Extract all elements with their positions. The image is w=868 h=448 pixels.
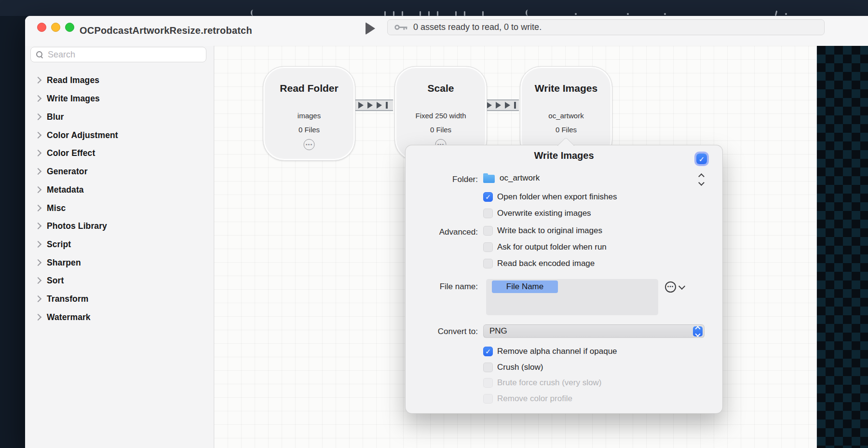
clipped-glyph-fragment	[393, 11, 394, 16]
checkbox-icon: ✓	[483, 347, 493, 356]
chevron-right-icon	[35, 95, 41, 102]
clipped-glyph-fragment	[482, 11, 484, 16]
chevron-right-icon	[35, 314, 41, 321]
background-top-strip	[0, 0, 868, 16]
chevron-right-icon	[35, 77, 41, 84]
clipped-glyph-fragment	[402, 11, 403, 16]
file-name-token-menu-button[interactable]: •••	[665, 281, 684, 293]
checkbox-ask-output-folder[interactable]: ✓ Ask for output folder when run	[483, 242, 607, 252]
chevron-right-icon	[35, 223, 41, 229]
window-content: Search Read Images Write Images Blur Col…	[25, 46, 868, 448]
node-read-folder[interactable]: Read Folder images 0 Files •••	[263, 66, 355, 161]
chevron-down-icon	[678, 283, 685, 290]
node-library-sidebar: Search Read Images Write Images Blur Col…	[25, 46, 214, 448]
convert-format-popup[interactable]: PNG	[483, 324, 705, 338]
checkbox-write-back-original[interactable]: ✓ Write back to original images	[483, 226, 602, 236]
checkbox-icon: ✓	[483, 242, 493, 252]
check-icon: ✓	[699, 155, 705, 163]
chevron-up-icon	[698, 173, 705, 180]
sidebar-item-misc[interactable]: Misc	[25, 199, 214, 217]
chevron-right-icon	[35, 277, 41, 284]
clipped-glyph-fragment	[455, 11, 457, 16]
sidebar-item-script[interactable]: Script	[25, 235, 214, 253]
sidebar-item-color-adjustment[interactable]: Color Adjustment	[25, 126, 214, 144]
sidebar-item-read-images[interactable]: Read Images	[25, 71, 214, 89]
sidebar-item-transform[interactable]: Transform	[25, 290, 214, 308]
sidebar-item-write-images[interactable]: Write Images	[25, 89, 214, 108]
checkerboard-background	[816, 46, 868, 448]
folder-value-row[interactable]: oc_artwork	[483, 173, 540, 183]
node-file-count: 0 Files	[520, 126, 612, 134]
sidebar-item-watermark[interactable]: Watermark	[25, 308, 214, 326]
node-subtitle: images	[263, 112, 355, 120]
sidebar-item-sort[interactable]: Sort	[25, 271, 214, 290]
checkbox-icon: ✓	[483, 259, 493, 268]
chevron-right-icon	[35, 295, 41, 302]
checkbox-icon: ✓	[483, 192, 493, 202]
sidebar-item-metadata[interactable]: Metadata	[25, 181, 214, 199]
node-options-button[interactable]: •••	[304, 139, 315, 150]
flow-end-bar	[514, 102, 516, 109]
checkbox-open-folder[interactable]: ✓ Open folder when export finishes	[483, 192, 617, 202]
node-file-count: 0 Files	[395, 126, 487, 134]
sidebar-item-generator[interactable]: Generator	[25, 162, 214, 181]
clipped-glyph-fragment	[428, 11, 430, 16]
checkbox-icon: ✓	[483, 394, 493, 404]
write-images-popover: Write Images ✓ Folder: oc_artwork ✓ Open…	[405, 145, 723, 414]
assets-key-icon	[394, 24, 407, 30]
search-input[interactable]: Search	[30, 47, 206, 62]
file-name-template-field[interactable]: File Name	[486, 279, 658, 315]
sidebar-item-photos-library[interactable]: Photos Library	[25, 217, 214, 235]
chevron-right-icon	[35, 259, 41, 266]
flow-end-bar	[386, 102, 388, 109]
connector-scale-to-write	[484, 99, 519, 111]
checkbox-icon: ✓	[483, 226, 493, 236]
flow-arrow-icon	[505, 102, 510, 109]
clipped-glyph-fragment	[526, 10, 530, 16]
search-icon	[36, 51, 43, 58]
folder-value: oc_artwork	[500, 173, 540, 183]
clipped-glyph-fragment	[575, 13, 577, 15]
folder-popup-stepper[interactable]	[697, 174, 705, 185]
chevron-right-icon	[35, 132, 41, 139]
checkbox-read-back-encoded[interactable]: ✓ Read back encoded image	[483, 259, 595, 268]
node-subtitle: oc_artwork	[520, 112, 612, 120]
popup-stepper-icon	[693, 326, 703, 336]
connector-read-to-scale	[355, 99, 393, 111]
run-workflow-button[interactable]	[366, 22, 378, 35]
file-name-token[interactable]: File Name	[492, 280, 558, 293]
node-enabled-checkbox[interactable]: ✓	[696, 154, 707, 164]
folder-label: Folder:	[406, 175, 478, 184]
chevron-right-icon	[35, 168, 41, 175]
popover-title: Write Images	[406, 150, 722, 161]
minimize-window-button[interactable]	[51, 23, 60, 32]
status-text: 0 assets ready to read, 0 to write.	[413, 22, 542, 32]
flow-arrow-icon	[367, 102, 373, 109]
play-icon	[366, 22, 375, 35]
checkbox-remove-alpha[interactable]: ✓ Remove alpha channel if opaque	[483, 347, 617, 356]
retrobatch-window: OCPodcastArtworkResize.retrobatch 0 asse…	[25, 16, 868, 448]
sidebar-item-blur[interactable]: Blur	[25, 108, 214, 126]
zoom-window-button[interactable]	[65, 23, 74, 32]
clipped-glyph-fragment	[437, 11, 438, 16]
node-subtitle: Fixed 250 width	[395, 112, 487, 120]
sidebar-item-sharpen[interactable]: Sharpen	[25, 253, 214, 272]
checkbox-overwrite-existing[interactable]: ✓ Overwrite existing images	[483, 209, 591, 218]
search-placeholder: Search	[48, 50, 75, 60]
clipped-glyph-fragment	[627, 13, 629, 15]
sidebar-item-color-effect[interactable]: Color Effect	[25, 144, 214, 162]
clipped-glyph-fragment	[664, 13, 666, 15]
checkbox-crush[interactable]: ✓ Crush (slow)	[483, 363, 543, 372]
clipped-glyph-fragment	[775, 11, 778, 16]
workflow-canvas[interactable]: Read Folder images 0 Files ••• Scale Fix…	[214, 46, 816, 448]
checkbox-remove-color-profile: ✓ Remove color profile	[483, 394, 572, 404]
checkbox-icon: ✓	[483, 363, 493, 372]
chevron-right-icon	[35, 150, 41, 156]
flow-arrow-icon	[496, 102, 501, 109]
folder-icon	[483, 175, 495, 183]
convert-to-label: Convert to:	[406, 327, 478, 336]
close-window-button[interactable]	[37, 23, 46, 32]
chevron-right-icon	[35, 186, 41, 193]
checkbox-brute-force-crush: ✓ Brute force crush (very slow)	[483, 378, 601, 388]
flow-arrow-icon	[487, 102, 492, 109]
